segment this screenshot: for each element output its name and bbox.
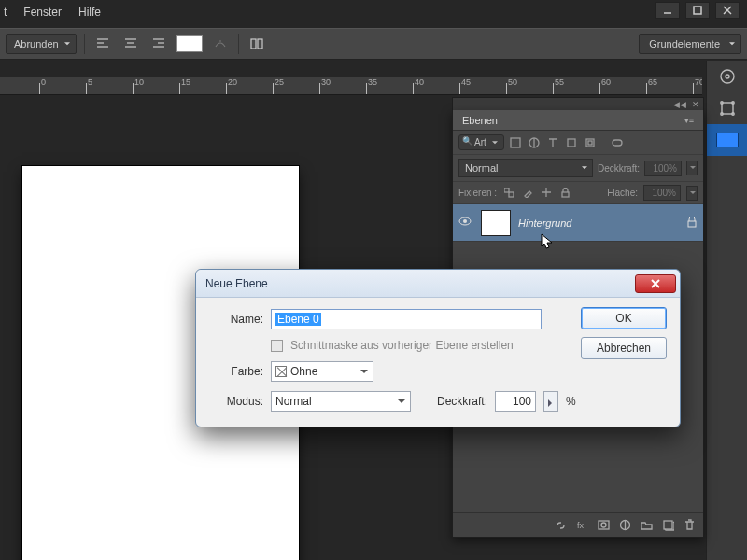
close-button[interactable] <box>715 2 740 19</box>
lock-icon <box>686 217 698 228</box>
clipping-mask-checkbox <box>271 340 283 352</box>
new-layer-dialog: Neue Ebene Name: Ebene 0 Schnittmaske au… <box>195 269 681 427</box>
warp-text-button[interactable] <box>210 34 231 54</box>
layer-color-value: Ohne <box>290 365 317 378</box>
fill-value[interactable]: 100% <box>643 185 681 201</box>
svg-rect-26 <box>586 139 594 147</box>
align-center-button[interactable] <box>120 34 141 54</box>
mouse-cursor <box>541 233 556 254</box>
fill-label: Fläche: <box>607 188 638 198</box>
panel-tab-bar: Ebenen ▾≡ <box>453 110 703 131</box>
separator <box>84 34 85 54</box>
layer-row-background[interactable]: Hintergrund <box>453 204 703 242</box>
panel-close-icon[interactable]: ✕ <box>692 100 699 109</box>
lock-icon <box>560 188 571 198</box>
svg-rect-36 <box>599 521 609 529</box>
lock-position-button[interactable] <box>540 187 553 200</box>
menu-truncated[interactable]: t <box>4 6 7 19</box>
adjustment-layer-icon[interactable] <box>619 519 631 531</box>
filter-type-icon[interactable] <box>546 135 560 149</box>
layers-panel-footer: fx <box>453 512 703 537</box>
collapse-icon[interactable]: ◀◀ <box>673 100 686 109</box>
new-layer-icon[interactable] <box>662 519 674 531</box>
align-left-button[interactable] <box>92 34 113 54</box>
layer-name-input[interactable]: Ebene 0 <box>271 309 542 329</box>
layer-style-icon[interactable]: fx <box>576 519 588 531</box>
svg-point-16 <box>721 70 734 83</box>
align-right-icon <box>152 37 165 50</box>
clipping-mask-label: Schnittmaske aus vorheriger Ebene erstel… <box>290 339 514 352</box>
layer-mask-icon[interactable] <box>598 519 610 531</box>
layer-name-value: Ebene 0 <box>275 313 321 326</box>
separator <box>238 34 239 54</box>
menu-window[interactable]: Fenster <box>23 6 62 19</box>
cancel-button[interactable]: Abbrechen <box>581 337 667 359</box>
fill-color-swatch[interactable] <box>176 35 203 52</box>
filter-smart-icon[interactable] <box>584 135 598 149</box>
lock-fill-row: Fixieren : Fläche: 100% <box>453 182 703 204</box>
svg-point-17 <box>726 75 729 78</box>
opacity-slider-toggle[interactable] <box>686 161 698 175</box>
color-chip-icon <box>716 133 739 147</box>
dialog-titlebar[interactable]: Neue Ebene <box>196 270 680 298</box>
visibility-toggle[interactable] <box>458 215 473 231</box>
lock-pixels-button[interactable] <box>521 187 534 200</box>
opacity-value[interactable]: 100% <box>644 161 682 176</box>
lock-all-button[interactable] <box>558 187 571 200</box>
minimize-button[interactable] <box>655 2 680 19</box>
opacity-label: Deckkraft: <box>437 395 487 408</box>
menu-bar: t Fenster Hilfe <box>0 0 101 24</box>
filter-pixel-icon[interactable] <box>509 135 523 149</box>
workspace-dropdown[interactable]: Grundelemente <box>639 34 741 54</box>
maximize-button[interactable] <box>685 2 710 19</box>
blend-mode-dropdown[interactable]: Normal <box>458 159 593 177</box>
opacity-slider-toggle[interactable] <box>543 391 558 412</box>
color-wheel-button[interactable] <box>707 61 747 92</box>
foreground-color-button[interactable] <box>707 124 747 156</box>
fill-slider-toggle[interactable] <box>686 186 698 201</box>
filter-adjust-icon[interactable] <box>528 135 542 149</box>
percent-label: % <box>566 395 576 408</box>
right-tool-strip <box>706 61 747 560</box>
delete-layer-icon[interactable] <box>684 519 696 531</box>
panel-collapse-bar[interactable]: ◀◀ ✕ <box>452 97 704 110</box>
ok-button[interactable]: OK <box>581 307 667 329</box>
svg-rect-30 <box>509 192 514 197</box>
brush-icon <box>523 188 533 198</box>
svg-rect-25 <box>568 139 575 147</box>
checker-icon <box>504 188 514 198</box>
menu-help[interactable]: Hilfe <box>78 6 101 19</box>
svg-point-37 <box>601 523 606 527</box>
opacity-input[interactable]: 100 <box>495 391 536 412</box>
svg-rect-23 <box>511 138 520 147</box>
panel-menu-button[interactable]: ▾≡ <box>684 116 694 125</box>
link-layers-icon[interactable] <box>555 519 567 531</box>
align-right-button[interactable] <box>148 34 169 54</box>
corner-rounding-dropdown[interactable]: Abrunden <box>6 34 77 54</box>
filter-shape-icon[interactable] <box>565 135 579 149</box>
move-icon <box>542 188 552 198</box>
dialog-close-button[interactable] <box>635 274 676 293</box>
blend-mode-value: Normal <box>275 395 312 408</box>
align-left-icon <box>96 37 109 50</box>
svg-rect-15 <box>258 39 262 49</box>
layer-thumbnail[interactable] <box>481 210 511 236</box>
filter-toggle-switch[interactable] <box>611 135 625 149</box>
toggle-panels-button[interactable] <box>247 34 267 54</box>
eye-icon <box>458 215 472 228</box>
horizontal-ruler[interactable]: 0 5 10 15 20 25 30 35 40 45 50 55 60 65 … <box>0 77 702 95</box>
layer-color-dropdown[interactable]: Ohne <box>271 361 374 382</box>
blend-mode-dropdown[interactable]: Normal <box>271 391 411 412</box>
transform-button[interactable] <box>707 92 747 124</box>
svg-rect-39 <box>664 521 672 529</box>
layers-tab[interactable]: Ebenen <box>462 115 498 126</box>
mode-label: Modus: <box>209 395 263 408</box>
group-icon[interactable] <box>641 519 653 531</box>
filter-type-dropdown[interactable]: Art <box>458 134 504 150</box>
svg-rect-27 <box>588 141 592 145</box>
layer-name[interactable]: Hintergrund <box>518 217 679 229</box>
svg-rect-28 <box>613 140 622 146</box>
lock-transparency-button[interactable] <box>502 187 515 200</box>
svg-rect-29 <box>504 188 509 192</box>
layer-lock-indicator[interactable] <box>686 215 698 231</box>
